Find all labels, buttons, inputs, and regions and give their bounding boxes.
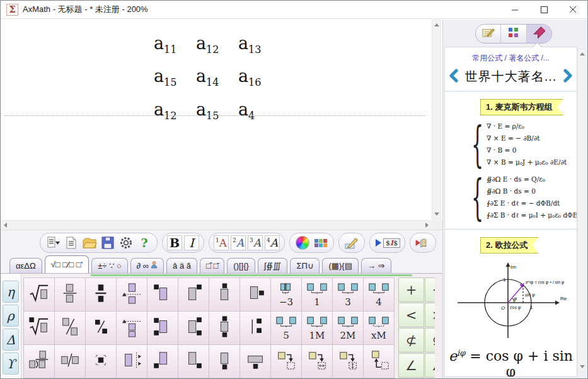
chevron-left-icon[interactable] bbox=[448, 69, 459, 85]
equation-canvas[interactable]: a11a12a13a15a14a16a12a15a4 bbox=[1, 20, 442, 230]
bold-button[interactable]: B bbox=[167, 235, 182, 250]
tab-operators[interactable]: ±÷ ∵ ○ bbox=[91, 258, 128, 273]
slanted-fraction-template[interactable] bbox=[55, 312, 85, 344]
op-angle-2-button[interactable]: ∠ bbox=[425, 353, 435, 378]
tab-integrals[interactable]: ∫∯∭ bbox=[258, 258, 288, 273]
matrix-cell[interactable]: a11 bbox=[154, 33, 196, 55]
maxwell-equations[interactable]: {∇ · E = ρ/ε₀∇ × E = − ∂B/∂t∇ · B = 0∇ ×… bbox=[445, 120, 577, 221]
move-box-right-down[interactable] bbox=[271, 345, 301, 378]
hspace-1[interactable]: 1 bbox=[302, 278, 332, 311]
wide-underscript-template[interactable] bbox=[240, 345, 270, 378]
section-2-heading[interactable]: 2. 欧拉公式 bbox=[480, 237, 538, 254]
op-angle-button[interactable]: ∠ bbox=[398, 353, 424, 378]
color-grid-button[interactable] bbox=[313, 235, 329, 251]
matrix-cell[interactable]: a13 bbox=[238, 33, 280, 55]
matrix-cell[interactable]: a4 bbox=[238, 100, 280, 122]
scroll-right-icon[interactable] bbox=[425, 223, 429, 228]
breadcrumb-text[interactable]: 常用公式 / 著名公式 /... bbox=[472, 54, 550, 62]
tab-overbars[interactable]: □̂ □̄ bbox=[200, 258, 224, 273]
pre-supsub-template[interactable] bbox=[147, 312, 178, 344]
superscript-template[interactable] bbox=[178, 278, 209, 311]
save-button[interactable] bbox=[100, 235, 116, 251]
nth-root-template[interactable] bbox=[24, 312, 54, 344]
greek-delta-button[interactable]: Δ bbox=[3, 329, 19, 351]
new-document-button[interactable] bbox=[63, 235, 79, 251]
hspace-minus-3[interactable]: −3 bbox=[271, 278, 301, 311]
matrix-equation[interactable]: a11a12a13a15a14a16a12a15a4 bbox=[154, 33, 280, 122]
long-division-template[interactable] bbox=[24, 345, 54, 378]
tab-greek[interactable]: αεΔΩ bbox=[9, 258, 42, 273]
subscript-template[interactable] bbox=[178, 345, 209, 378]
scroll-up-icon[interactable] bbox=[580, 52, 585, 55]
symbols-panel-tab[interactable] bbox=[501, 25, 526, 43]
matrix-cell[interactable]: a14 bbox=[196, 66, 238, 88]
greek-upsilon-button[interactable]: ϒ bbox=[3, 353, 19, 375]
hspace-xM[interactable]: xM bbox=[364, 312, 394, 344]
maximize-button[interactable] bbox=[529, 1, 558, 18]
op-less-than-button[interactable]: < bbox=[398, 303, 424, 327]
euler-unit-circle-diagram[interactable]: Im Re O 1 1 φ cos φ sin φ e^iφ = cos φ +… bbox=[455, 260, 567, 339]
inline-division-template[interactable] bbox=[55, 345, 85, 378]
small-slanted-fraction-template[interactable] bbox=[86, 312, 116, 344]
canvas-vertical-scrollbar[interactable] bbox=[432, 20, 441, 219]
font-style-4-button[interactable]: 4A bbox=[265, 235, 280, 250]
small-fraction-template[interactable] bbox=[86, 278, 116, 311]
handwriting-button[interactable] bbox=[343, 235, 360, 251]
maxwell-differential-group[interactable]: {∇ · E = ρ/ε₀∇ × E = − ∂B/∂t∇ · B = 0∇ ×… bbox=[471, 120, 577, 168]
sketch-panel-tab[interactable] bbox=[476, 25, 501, 43]
hspace-5[interactable]: 5 bbox=[271, 312, 301, 344]
settings-button[interactable] bbox=[118, 235, 134, 251]
op-plus-button[interactable]: + bbox=[398, 277, 424, 302]
tab-matrices[interactable]: (▦){▤ bbox=[322, 258, 359, 273]
open-button[interactable] bbox=[81, 235, 98, 251]
minimize-button[interactable] bbox=[500, 1, 529, 18]
insert-row-between[interactable] bbox=[117, 278, 147, 311]
op-minus-button[interactable]: − bbox=[425, 277, 435, 302]
euler-formula[interactable]: eiφ = cos φ + i sin φ bbox=[445, 348, 577, 377]
font-style-2-button[interactable]: 2A bbox=[231, 235, 246, 250]
section-1-heading[interactable]: 1. 麦克斯韦方程组 bbox=[480, 99, 563, 115]
move-box-vertical[interactable] bbox=[333, 345, 363, 378]
tab-calculus[interactable]: ∂ ∞ bbox=[130, 258, 164, 273]
matrix-cell[interactable]: a16 bbox=[238, 66, 280, 88]
scroll-down-icon[interactable] bbox=[580, 365, 585, 368]
move-box-up-left[interactable] bbox=[364, 345, 394, 378]
library-button[interactable] bbox=[415, 235, 431, 251]
divider-supsub-template[interactable] bbox=[240, 312, 270, 344]
underscript-template[interactable] bbox=[209, 345, 239, 378]
sidebar-scrollbar[interactable] bbox=[577, 49, 587, 372]
bookmarks-panel-tab[interactable] bbox=[527, 25, 551, 43]
file-menu-button[interactable] bbox=[45, 235, 61, 251]
hspace-4[interactable]: 4 bbox=[364, 278, 394, 311]
insert-row-above[interactable] bbox=[117, 312, 147, 344]
matrix-cell[interactable]: a15 bbox=[154, 66, 196, 88]
matrix-cell[interactable]: a12 bbox=[196, 33, 238, 55]
hspace-1M[interactable]: 1M bbox=[302, 312, 332, 344]
pre-superscript-template[interactable] bbox=[147, 278, 178, 311]
canvas-horizontal-scrollbar[interactable] bbox=[1, 220, 432, 230]
greek-eta-button[interactable]: η bbox=[3, 281, 19, 303]
hspace-3[interactable]: 3 bbox=[333, 278, 363, 311]
chevron-right-icon[interactable] bbox=[563, 69, 574, 85]
mid-right-script-template[interactable] bbox=[240, 278, 270, 311]
supsub-template[interactable] bbox=[178, 312, 209, 344]
hspace-2M[interactable]: 2M bbox=[333, 312, 363, 344]
tab-arrows[interactable]: → ⇒ bbox=[361, 258, 391, 273]
scroll-left-icon[interactable] bbox=[4, 223, 7, 228]
tab-big-operators[interactable]: ΣΠ∪ bbox=[290, 258, 320, 273]
op-greater-than-button[interactable]: > bbox=[425, 303, 435, 327]
help-button[interactable]: ? bbox=[136, 235, 153, 251]
matrix-cell[interactable]: a15 bbox=[196, 100, 238, 122]
op-not-subset-button[interactable]: ⊄ bbox=[398, 328, 424, 353]
maxwell-integral-group[interactable]: {∯∂Ω E · ds = Q/ε₀∯∂Ω B · ds = 0∮∂Σ E · … bbox=[471, 173, 577, 221]
fraction-template[interactable] bbox=[55, 278, 85, 311]
op-subset-eq-button[interactable]: ⊆ bbox=[425, 328, 435, 353]
move-box-horizontal[interactable] bbox=[302, 345, 332, 378]
scroll-up-icon[interactable] bbox=[434, 23, 439, 26]
italic-button[interactable]: I bbox=[184, 235, 199, 250]
font-style-3-button[interactable]: 3A bbox=[248, 235, 263, 250]
pre-subscript-template[interactable] bbox=[147, 345, 178, 378]
tab-accents[interactable]: â ä ã bbox=[166, 258, 197, 273]
tex-inline-button[interactable]: $I$ bbox=[374, 235, 400, 251]
greek-rho-button[interactable]: ρ bbox=[3, 305, 19, 327]
